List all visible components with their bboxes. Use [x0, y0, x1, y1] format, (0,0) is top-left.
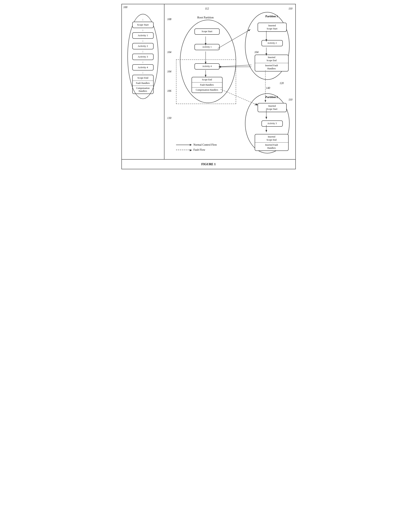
- main-diagram-container: 100 ↓ Scope Start ↓ Activity 1 ↓ Activit…: [121, 4, 296, 169]
- right-panel: 110 108 112 104 104 106 130 104 140 104 …: [165, 4, 295, 159]
- normal-flow-label: Normal Control Flow: [194, 143, 217, 146]
- arrow-1: ↓: [142, 29, 144, 31]
- label-104b: 104: [167, 70, 171, 73]
- label-130: 130: [167, 117, 171, 120]
- label-110a: 110: [289, 7, 292, 10]
- p2-inserted-scope-start: InsertedScope Start: [258, 103, 287, 112]
- diagram-area: 100 ↓ Scope Start ↓ Activity 1 ↓ Activit…: [122, 4, 295, 160]
- p2-inserted-fault-handlers: Inserted FaultHandlers: [255, 143, 288, 150]
- figure-caption: FIGURE 1: [122, 160, 295, 169]
- root-partition-label: Root Partition: [197, 16, 214, 19]
- arrow-entry: ↓: [142, 18, 144, 21]
- rp-scope-start-box: Scope Start: [194, 29, 220, 35]
- legend-fault-flow: Fault Flow: [176, 148, 217, 151]
- left-oval: ↓ Scope Start ↓ Activity 1 ↓ Activity 2 …: [127, 14, 158, 99]
- label-110b: 110: [289, 98, 292, 101]
- p1-inserted-scope-start: InsertedScope Start: [258, 23, 287, 32]
- arrow-3: ↓: [142, 50, 144, 53]
- left-panel: 100 ↓ Scope Start ↓ Activity 1 ↓ Activit…: [122, 4, 165, 159]
- arrow-2: ↓: [142, 40, 144, 42]
- compensation-handlers-label: Compensation Handlers: [133, 86, 153, 94]
- p1-inserted-fault-handlers: Inserted FaultHandlers: [255, 63, 288, 71]
- label-104a: 104: [167, 51, 171, 54]
- fault-handlers-label: Fault Handlers: [133, 81, 153, 86]
- normal-flow-arrow-icon: [176, 145, 192, 145]
- label-108: 108: [167, 18, 171, 21]
- p1-inserted-scope-end: InsertedScope End: [255, 55, 288, 63]
- activity1-box: Activity 1: [132, 32, 154, 39]
- p1-activity2: Activity 2: [261, 40, 283, 46]
- p2-inserted-scope-end: InsertedScope End: [255, 135, 288, 143]
- label-100: 100: [123, 6, 127, 9]
- p2-activity3: Activity 3: [261, 120, 283, 127]
- label-140a: 140: [266, 87, 270, 90]
- scope-start-box: Scope Start: [132, 22, 154, 28]
- label-106: 106: [167, 89, 171, 93]
- arrow-5: ↓: [142, 71, 144, 74]
- rp-activity1-box: Activity 1: [194, 44, 220, 50]
- legend-area: Normal Control Flow Fault Flow: [176, 143, 217, 151]
- legend-normal-flow: Normal Control Flow: [176, 143, 217, 146]
- scope-end-label: Scope End: [133, 75, 153, 81]
- p1-scope-end-group: InsertedScope End Inserted FaultHandlers: [255, 55, 289, 72]
- dashed-rect: [176, 60, 236, 104]
- activity2-box: Activity 2: [132, 43, 154, 49]
- label-112: 112: [205, 7, 209, 10]
- fault-flow-arrow-icon: [176, 150, 192, 150]
- scope-end-group: Scope End Fault Handlers Compensation Ha…: [132, 75, 154, 94]
- rp-inner: 110 108 112 104 104 106 130 104 140 104 …: [166, 6, 293, 157]
- arrow-4: ↓: [142, 61, 144, 63]
- fault-flow-label: Fault Flow: [194, 148, 205, 151]
- activity4-box: Activity 4: [132, 64, 154, 71]
- activity3-box: Activity 3: [132, 54, 154, 60]
- label-120: 120: [280, 82, 284, 85]
- p2-scope-end-group: InsertedScope End Inserted FaultHandlers: [255, 134, 289, 151]
- partition1-title: Partition 1: [265, 15, 278, 18]
- partition2-title: Partition 2: [265, 96, 278, 99]
